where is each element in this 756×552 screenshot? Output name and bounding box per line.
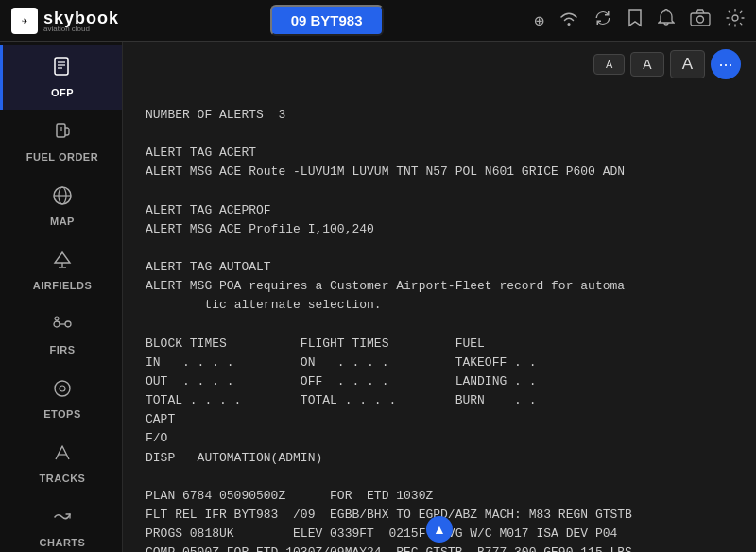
- sidebar-item-fuel-order[interactable]: FUEL ORDER: [0, 110, 122, 174]
- svg-point-21: [60, 386, 65, 391]
- sidebar-label-map: MAP: [50, 216, 75, 227]
- doc-line: OUT . . . . OFF . . . . LANDING . .: [146, 372, 733, 391]
- ofp-icon: [52, 57, 73, 83]
- doc-line: TOTAL . . . . TOTAL . . . . BURN . .: [146, 391, 733, 410]
- svg-point-16: [65, 321, 71, 327]
- sidebar-label-firs: FIRS: [49, 344, 75, 355]
- doc-line: [146, 239, 733, 258]
- doc-line: ALERT TAG AUTOALT: [146, 258, 733, 277]
- doc-line: ALERT MSG ACE Profile I,100,240: [146, 220, 733, 239]
- sidebar-item-charts[interactable]: CHARTS: [0, 495, 122, 552]
- doc-line: CAPT: [146, 410, 733, 429]
- svg-rect-3: [55, 58, 68, 75]
- sidebar-item-tracks[interactable]: TRACKS: [0, 431, 122, 495]
- bell-icon[interactable]: [658, 9, 675, 32]
- sync-icon[interactable]: [593, 9, 612, 32]
- airfields-icon: [52, 250, 73, 276]
- charts-icon: [52, 507, 73, 533]
- sidebar: OFP FUEL ORDER MAP: [0, 42, 123, 552]
- firs-icon: [52, 314, 73, 340]
- document-area[interactable]: NUMBER OF ALERTS 3 ALERT TAG ACERTALERT …: [123, 87, 756, 552]
- logo-text-group: skybook aviation cloud: [43, 9, 119, 33]
- settings-icon[interactable]: [726, 9, 745, 32]
- doc-line: ALERT MSG POA requires a Customer Airpor…: [146, 277, 733, 296]
- topbar-icons: ⊕: [534, 9, 745, 32]
- svg-point-15: [54, 321, 60, 327]
- tracks-icon: [52, 442, 73, 469]
- doc-line: [146, 468, 733, 487]
- doc-line: ALERT TAG ACERT: [146, 144, 733, 163]
- location-icon[interactable]: ⊕: [534, 10, 544, 31]
- font-small-button[interactable]: A: [593, 54, 625, 75]
- sidebar-label-etops: ETOPS: [43, 408, 81, 420]
- sidebar-item-ofp[interactable]: OFP: [0, 45, 122, 110]
- sidebar-label-fuel-order: FUEL ORDER: [26, 151, 98, 163]
- doc-line: ALERT MSG ACE Route -LUVU1M LUVUM TNT N5…: [146, 163, 733, 181]
- toolbar: A A A ···: [123, 42, 756, 87]
- more-button[interactable]: ···: [711, 49, 741, 79]
- svg-point-18: [55, 317, 59, 320]
- content-wrapper: NUMBER OF ALERTS 3 ALERT TAG ACERTALERT …: [123, 87, 756, 552]
- main-layout: OFP FUEL ORDER MAP: [0, 42, 756, 552]
- doc-line: NUMBER OF ALERTS 3: [146, 106, 733, 125]
- sidebar-label-tracks: TRACKS: [40, 473, 86, 484]
- map-icon: [52, 185, 73, 212]
- fuel-order-icon: [52, 121, 73, 147]
- scroll-up-button[interactable]: ▲: [426, 516, 453, 543]
- svg-point-1: [696, 16, 703, 23]
- flight-badge-button[interactable]: 09 BYT983: [270, 5, 384, 36]
- font-large-button[interactable]: A: [670, 50, 705, 78]
- doc-line: BLOCK TIMES FLIGHT TIMES FUEL: [146, 335, 733, 354]
- doc-line: ALERT TAG ACEPROF: [146, 201, 733, 220]
- camera-icon[interactable]: [690, 9, 711, 31]
- doc-line: F/O: [146, 429, 733, 448]
- sidebar-label-charts: CHARTS: [40, 537, 86, 548]
- content: A A A ··· NUMBER OF ALERTS 3 ALERT TAG A…: [123, 42, 756, 552]
- logo: ✈ skybook aviation cloud: [11, 8, 119, 34]
- doc-line: IN . . . . ON . . . . TAKEOFF . .: [146, 354, 733, 372]
- sidebar-item-map[interactable]: MAP: [0, 174, 122, 238]
- sidebar-label-airfields: AIRFIELDS: [33, 280, 93, 291]
- doc-line: PLAN 6784 05090500Z FOR ETD 1030Z: [146, 487, 733, 506]
- doc-line: [146, 316, 733, 335]
- doc-line: COMP 0500Z FOR ETD 1030Z/09MAY24 REC GTS…: [146, 543, 733, 552]
- font-medium-button[interactable]: A: [630, 52, 663, 77]
- etops-icon: [52, 378, 73, 405]
- doc-line: [146, 182, 733, 201]
- doc-line: [146, 125, 733, 144]
- sidebar-item-firs[interactable]: FIRS: [0, 302, 122, 367]
- bookmark-icon[interactable]: [627, 9, 643, 32]
- logo-icon: ✈: [11, 8, 38, 34]
- svg-rect-0: [691, 13, 710, 26]
- doc-line: tic alternate selection.: [146, 296, 733, 315]
- sidebar-label-ofp: OFP: [51, 87, 74, 98]
- sidebar-item-etops[interactable]: ETOPS: [0, 367, 122, 431]
- doc-line: DISP AUTOMATION(ADMIN): [146, 449, 733, 468]
- svg-point-2: [732, 15, 738, 21]
- sidebar-item-airfields[interactable]: AIRFIELDS: [0, 238, 122, 302]
- topbar: ✈ skybook aviation cloud 09 BYT983 ⊕: [0, 0, 756, 42]
- wifi-icon[interactable]: [559, 9, 578, 31]
- svg-point-20: [55, 381, 70, 396]
